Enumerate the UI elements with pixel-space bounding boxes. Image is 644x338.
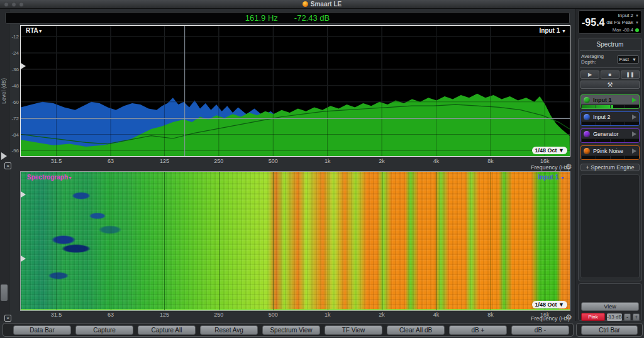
axis-tick-label: 2k: [379, 158, 385, 164]
play-button[interactable]: ▶: [580, 70, 599, 79]
cursor-readout-bar: 161.9 Hz -72.43 dB: [5, 12, 570, 24]
tools-button[interactable]: ⚒: [580, 81, 640, 89]
input-level-meter: [581, 138, 639, 142]
title-bar[interactable]: Smaart LE: [0, 0, 644, 9]
settings-gear-icon[interactable]: ⚙: [565, 313, 572, 321]
rta-y-axis: -12-24-36-48-60-72-84-96: [8, 26, 19, 156]
input-level-meter: [581, 104, 639, 108]
axis-tick-label: -36: [11, 67, 19, 72]
input-row-input1[interactable]: Input 1: [580, 94, 640, 109]
pane-scroll-thumb[interactable]: [1, 284, 8, 301]
spectrograph-range-marker-icon[interactable]: [21, 256, 26, 262]
chevron-down-icon: ▼: [558, 147, 564, 154]
meter-unit-selector[interactable]: dB FS Peak▼: [606, 20, 639, 25]
ctrl-bar-container: Ctrl Bar: [576, 323, 643, 337]
signal-present-dot-icon: [635, 28, 639, 32]
clear-all-db-button[interactable]: Clear All dB: [387, 325, 445, 335]
input-row-generator[interactable]: Generator: [580, 128, 640, 143]
cursor-level: -72.43 dB: [294, 13, 330, 23]
chevron-down-icon: ▼: [635, 21, 639, 25]
ctrl-bar-button[interactable]: Ctrl Bar: [581, 325, 638, 335]
grid-line: [545, 172, 545, 310]
spectrograph-plot[interactable]: Spectrograph▼ Input 1 ▼ 1/48 Oct ▼: [20, 171, 570, 311]
axis-tick-label: 8k: [487, 158, 494, 164]
close-plot-icon[interactable]: ×: [4, 162, 11, 169]
reset-avg-button[interactable]: Reset Avg: [200, 325, 258, 335]
capture-all-button[interactable]: Capture All: [138, 325, 196, 335]
play-icon: ▶: [588, 72, 592, 77]
view-generator-panel: View Pink Noise -13 dB - +: [578, 283, 642, 321]
grid-line: [111, 172, 111, 310]
input-meter-box: -95.4 Input 2▼ dB FS Peak▼ Max -80.4: [578, 10, 642, 34]
input-row-input2[interactable]: Input 2: [580, 111, 640, 126]
db-plus-button[interactable]: dB +: [449, 325, 507, 335]
data-bar-button[interactable]: Data Bar: [13, 325, 71, 335]
grid-line: [164, 172, 165, 310]
spectrograph-octave-resolution-selector[interactable]: 1/48 Oct ▼: [532, 301, 567, 308]
grid-line: [219, 172, 219, 310]
generator-level-increase-button[interactable]: +: [633, 313, 640, 321]
axis-tick-label: -48: [11, 83, 19, 89]
grid-line: [273, 172, 274, 310]
input-run-icon[interactable]: [632, 149, 636, 154]
axis-tick-label: -96: [11, 148, 19, 154]
spectrograph-range-marker-icon[interactable]: [21, 191, 26, 198]
meter-source-selector[interactable]: Input 2▼: [618, 13, 639, 18]
rta-plot[interactable]: RTA▼ Input 1 ▼ 1/48 Oct ▼: [20, 25, 570, 157]
rta-octave-resolution-selector[interactable]: 1/48 Oct ▼: [532, 147, 567, 154]
axis-tick-label: -72: [11, 116, 19, 121]
minimize-window-icon[interactable]: [11, 2, 16, 7]
spectrum-panel-title: Spectrum: [579, 40, 641, 50]
tf-view-button[interactable]: TF View: [325, 325, 382, 335]
generator-level-decrease-button[interactable]: -: [624, 313, 631, 321]
pink-noise-button[interactable]: Pink Noise: [581, 313, 605, 321]
add-spectrum-engine-button[interactable]: + Spectrum Engine: [580, 164, 640, 171]
axis-tick-label: 1k: [325, 158, 331, 164]
rta-input-selector[interactable]: Input 1 ▼: [540, 27, 567, 34]
chevron-down-icon: ▼: [558, 301, 564, 308]
zoom-window-icon[interactable]: [19, 2, 24, 7]
axis-tick-label: 31.5: [51, 158, 62, 164]
app-window: Smaart LE 161.9 Hz -72.43 dB Level (dB) …: [0, 0, 644, 338]
control-bar: Data Bar Capture Capture All Reset Avg S…: [3, 323, 574, 337]
cursor-frequency: 161.9 Hz: [245, 13, 278, 23]
db-minus-button[interactable]: dB -: [511, 325, 569, 335]
input-run-icon[interactable]: [632, 98, 636, 103]
input-color-dot-icon: [584, 148, 590, 154]
spectrum-view-button[interactable]: Spectrum View: [262, 325, 320, 335]
spectrograph-plot-type-selector[interactable]: Spectrograph▼: [27, 174, 72, 181]
stop-button[interactable]: ■: [601, 70, 619, 79]
axis-tick-label: 500: [269, 158, 278, 164]
close-window-icon[interactable]: [4, 2, 9, 7]
input-row-pink-noise[interactable]: P9ink Noise: [580, 145, 640, 160]
input-run-icon[interactable]: [632, 115, 636, 120]
spectrograph-x-axis-title: Frequency (Hz): [21, 315, 570, 322]
input-color-dot-icon: [584, 114, 590, 120]
capture-button[interactable]: Capture: [75, 325, 133, 335]
input-color-dot-icon: [584, 97, 590, 103]
grid-line: [57, 172, 57, 310]
averaging-depth-label: Averaging Depth:: [581, 54, 615, 65]
settings-gear-icon[interactable]: ⚙: [565, 163, 572, 171]
axis-tick-label: -24: [11, 50, 19, 56]
rta-plot-type-selector[interactable]: RTA▼: [26, 27, 43, 34]
axis-tick-label: -84: [11, 132, 19, 138]
input-run-icon[interactable]: [632, 132, 636, 137]
pause-icon: ❚❚: [626, 72, 634, 77]
averaging-depth-select[interactable]: Fast▼: [617, 55, 640, 64]
sidebar: -95.4 Input 2▼ dB FS Peak▼ Max -80.4 Spe…: [575, 9, 644, 321]
input-color-dot-icon: [584, 131, 590, 137]
pause-button[interactable]: ❚❚: [621, 70, 640, 79]
rta-level-marker-icon[interactable]: [21, 63, 26, 69]
view-button[interactable]: View: [581, 302, 639, 311]
meter-max-readout: Max -80.4: [613, 27, 639, 33]
close-plot-icon[interactable]: ×: [4, 315, 11, 322]
app-icon: [303, 1, 308, 7]
grid-line: [436, 172, 437, 310]
spectrum-panel: Spectrum Averaging Depth: Fast▼ ▶ ■ ❚❚ ⚒…: [578, 38, 642, 281]
rta-x-axis: 31.5631252505001k2k4k8k16k: [21, 158, 570, 164]
rta-x-axis-title: Frequency (Hz): [21, 164, 570, 171]
spectrograph-input-selector[interactable]: Input 1 ▼: [538, 174, 565, 181]
chevron-down-icon: ▼: [560, 176, 565, 180]
generator-level-value[interactable]: -13 dB: [607, 313, 622, 321]
